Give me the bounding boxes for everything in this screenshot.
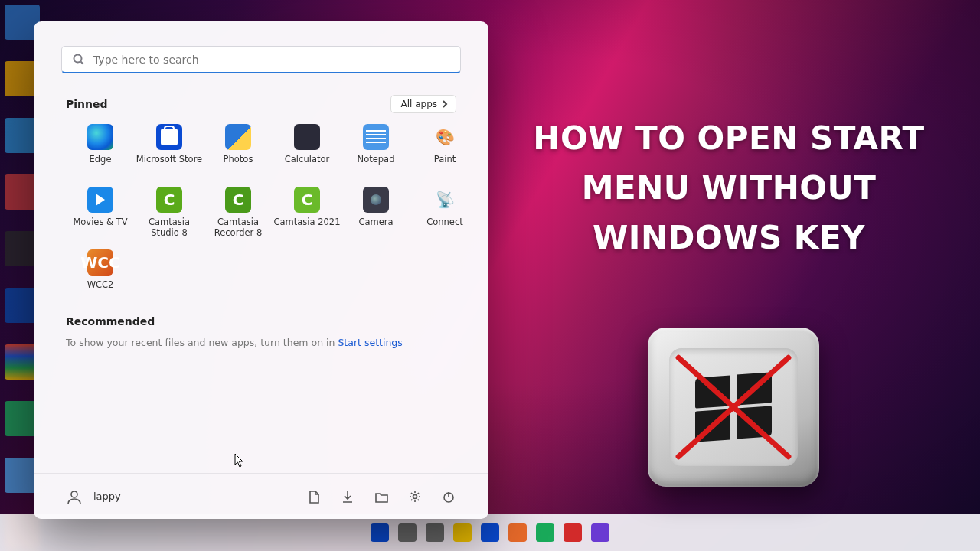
downloads-button[interactable] — [340, 489, 355, 504]
app-paint[interactable]: 🎨 Paint — [410, 124, 479, 176]
cross-out-icon — [669, 348, 798, 466]
wcc2-icon: WCC — [87, 249, 113, 276]
settings-button[interactable] — [407, 489, 423, 504]
taskbar-explorer-icon[interactable] — [453, 523, 472, 542]
app-camtasia-studio-8[interactable]: C Camtasia Studio 8 — [135, 187, 204, 239]
documents-button[interactable] — [306, 489, 322, 504]
app-notepad[interactable]: Notepad — [341, 124, 410, 176]
photos-icon — [225, 124, 251, 150]
movies-icon — [87, 187, 113, 213]
paint-icon: 🎨 — [432, 124, 458, 150]
chevron-right-icon — [442, 100, 448, 108]
download-icon — [341, 490, 354, 504]
file-explorer-button[interactable] — [374, 489, 389, 504]
app-label: Edge — [90, 155, 112, 176]
app-label: Movies & TV — [73, 217, 127, 239]
app-photos[interactable]: Photos — [204, 124, 273, 176]
app-label: Camtasia Studio 8 — [135, 217, 204, 239]
start-settings-link[interactable]: Start settings — [338, 337, 402, 348]
taskbar-app-icon[interactable] — [564, 523, 582, 542]
camtasia-studio-icon: C — [156, 187, 182, 213]
power-icon — [442, 490, 456, 504]
recommended-text-span: To show your recent files and new apps, … — [66, 337, 338, 348]
app-label: Paint — [434, 155, 456, 176]
start-menu: Pinned All apps Edge Microsoft Store Pho… — [34, 21, 488, 519]
app-camera[interactable]: Camera — [341, 187, 410, 239]
pinned-heading: Pinned — [66, 98, 108, 110]
mouse-cursor-icon — [234, 453, 245, 468]
user-icon — [66, 488, 83, 505]
recommended-heading: Recommended — [66, 315, 456, 328]
app-microsoft-store[interactable]: Microsoft Store — [135, 124, 204, 176]
app-calculator[interactable]: Calculator — [273, 124, 341, 176]
app-movies-tv[interactable]: Movies & TV — [66, 187, 135, 239]
search-icon — [73, 54, 84, 65]
all-apps-button[interactable]: All apps — [390, 95, 456, 113]
app-label: Camera — [358, 217, 393, 239]
app-edge[interactable]: Edge — [66, 124, 135, 176]
folder-icon — [374, 490, 388, 504]
svg-point-2 — [71, 491, 77, 497]
taskbar-app-icon[interactable] — [591, 523, 609, 542]
app-label: Camtasia 2021 — [274, 217, 341, 239]
start-footer: lappy — [34, 473, 488, 519]
app-camtasia-2021[interactable]: C Camtasia 2021 — [273, 187, 341, 239]
notepad-icon — [363, 124, 389, 150]
app-label: Connect — [426, 217, 463, 239]
taskbar-app-icon[interactable] — [536, 523, 554, 542]
app-label: Calculator — [285, 155, 329, 176]
taskbar-app-icon[interactable] — [508, 523, 527, 542]
edge-icon — [87, 124, 113, 150]
recommended-text: To show your recent files and new apps, … — [66, 337, 456, 348]
app-camtasia-recorder-8[interactable]: C Camtasia Recorder 8 — [204, 187, 273, 239]
windows-key-graphic — [648, 328, 819, 487]
camtasia-recorder-icon: C — [225, 187, 251, 213]
all-apps-label: All apps — [400, 99, 437, 109]
calculator-icon — [294, 124, 320, 150]
document-icon — [307, 490, 321, 504]
taskbar-taskview-icon[interactable] — [426, 523, 444, 542]
power-button[interactable] — [441, 489, 456, 504]
app-label: Microsoft Store — [136, 155, 202, 176]
app-connect[interactable]: 📡 Connect — [410, 187, 479, 239]
app-wcc2[interactable]: WCC WCC2 — [66, 249, 135, 302]
user-name: lappy — [93, 491, 121, 502]
taskbar[interactable] — [0, 514, 980, 551]
svg-line-1 — [81, 62, 84, 65]
svg-point-3 — [413, 494, 417, 498]
pinned-grid: Edge Microsoft Store Photos Calculator N… — [66, 124, 456, 302]
taskbar-search-icon[interactable] — [398, 523, 416, 542]
camtasia-2021-icon: C — [294, 187, 320, 213]
connect-icon: 📡 — [432, 187, 458, 213]
taskbar-edge-icon[interactable] — [481, 523, 499, 542]
camera-icon — [363, 187, 389, 213]
search-input[interactable] — [93, 54, 449, 66]
app-label: Photos — [224, 155, 253, 176]
app-label: WCC2 — [87, 280, 114, 302]
user-account-button[interactable]: lappy — [66, 488, 121, 505]
search-box[interactable] — [61, 46, 461, 73]
svg-point-0 — [74, 55, 82, 63]
gear-icon — [408, 490, 422, 504]
tutorial-title: HOW TO OPEN START MENU WITHOUT WINDOWS K… — [514, 113, 943, 262]
taskbar-start-icon[interactable] — [371, 523, 389, 542]
app-label: Notepad — [358, 155, 395, 176]
app-label: Camtasia Recorder 8 — [204, 217, 273, 239]
store-icon — [156, 124, 182, 150]
